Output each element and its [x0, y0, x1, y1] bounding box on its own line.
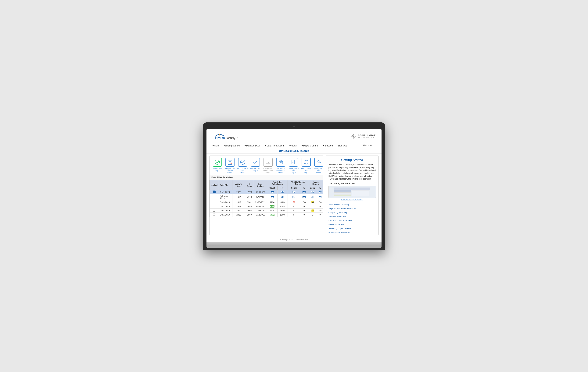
step-5-benchmarks[interactable]: Review Natl Benchmarks Step 5 [262, 158, 274, 174]
step-9-submit[interactable]: Submit HMDA File Step 9 [313, 158, 323, 174]
col-last-update: Last Update [254, 180, 267, 190]
data-files-scroll[interactable]: Locked Data File Activity Year # Apps La… [210, 180, 323, 217]
logo-area: HMDA Ready ™ [212, 131, 242, 141]
step-7-create-hmda[interactable]: TXT LAR Create HMDA File Step 7 [287, 158, 299, 174]
step-7-icon: TXT LAR [289, 158, 298, 167]
row-apps: 1589 [245, 213, 254, 217]
svg-text:HMDA: HMDA [215, 136, 225, 140]
svg-text:™: ™ [237, 137, 238, 139]
row-checkbox-checked[interactable] [213, 191, 216, 193]
getting-started-link-2[interactable]: Completing Each Step [328, 211, 347, 214]
row-err-count: 0 [288, 204, 300, 209]
row-checkbox[interactable] [213, 209, 215, 211]
step-8-ffiec[interactable]: FFIEC Verify Site Step 8 [300, 158, 312, 174]
step-9-label: Submit HMDA File [313, 167, 323, 172]
step-2-edit-checks[interactable]: Perform Edit Checks Step 2 [224, 158, 236, 174]
row-apps: 17636 [245, 190, 254, 194]
getting-started-link-1[interactable]: Steps to Create Your HMDA LAR [328, 208, 356, 210]
getting-started-link-4[interactable]: Lock and Unlock a Data File [328, 220, 352, 221]
list-item: Completing Each Step [328, 211, 376, 214]
nav-suite[interactable]: ▾ Suite [210, 143, 222, 148]
row-rev-count: 90 [308, 200, 317, 204]
row-rev-count: NA [308, 190, 317, 194]
col-rev-pct: % [317, 186, 323, 190]
table-row[interactable]: Qtr 2 2019201910508/5/20191050100%0000 [210, 204, 323, 209]
step-3-number: Step 3 [240, 172, 245, 174]
row-last-update: 5/24/2020 [254, 190, 267, 194]
getting-started-link-0[interactable]: View the Data Dictionary [328, 204, 349, 206]
nav-data-preparation[interactable]: ▾ Data Preparation [262, 143, 286, 148]
step-4-validate[interactable]: Validate Data Step 4 [249, 158, 262, 174]
row-last-update: 8/5/2019 [254, 204, 267, 209]
svg-text:Ready: Ready [226, 136, 235, 140]
row-activity-year: 2019 [232, 194, 245, 200]
getting-started-link-3[interactable]: View/Edit a Data File [328, 216, 346, 218]
table-row[interactable]: Qtr 4 2019201910053/1/202097497%00313% [210, 209, 323, 213]
step-9-number: Step 9 [316, 172, 321, 174]
row-sub-pct: 97% [277, 209, 288, 213]
row-checkbox[interactable] [213, 201, 215, 203]
nav-sign-out[interactable]: Sign Out [336, 143, 349, 148]
getting-started-link-5[interactable]: Delete a Data File [328, 223, 344, 226]
data-files-title: Data Files Available [210, 175, 323, 180]
table-row[interactable]: Qtr 3 20192019128111/15/2019110486%877%9… [210, 200, 323, 204]
nav-manage-data[interactable]: ▾ Manage Data [242, 143, 262, 148]
list-item: Lock and Unlock a Data File [328, 219, 376, 222]
svg-rect-32 [334, 188, 370, 190]
nav-support[interactable]: ▾ Support [321, 143, 335, 148]
camera-dot [293, 126, 295, 127]
col-rev-count: Count [308, 186, 317, 190]
row-sub-count: 1589 [267, 213, 277, 217]
col-data-file: Data File [219, 180, 232, 190]
table-row[interactable]: Qtr 1 2019201915896/12/20191589100%0000 [210, 213, 323, 217]
getting-started-link-6[interactable]: Save As (Copy) a Data File [328, 227, 351, 230]
row-apps: 1005 [245, 209, 254, 213]
list-item: Export a Data File to CSV [328, 231, 376, 234]
nav-reports[interactable]: Reports [286, 143, 299, 148]
nav-getting-started[interactable]: Getting Started [222, 143, 242, 148]
list-item: Delete a Data File [328, 222, 376, 226]
app-header: HMDA Ready ™ [207, 129, 381, 143]
row-rev-count: NA [308, 194, 317, 200]
getting-started-screen-title: The Getting Started Screen [328, 182, 376, 184]
main-layout: Import Data Step 1 [207, 154, 381, 237]
getting-started-link-7[interactable]: Export a Data File to CSV [328, 231, 350, 233]
row-checkbox[interactable] [213, 205, 215, 207]
step-1-import[interactable]: Import Data Step 1 [211, 158, 223, 174]
row-last-update: 3/5/2020 [254, 194, 267, 200]
step-6-transmittal[interactable]: Transmittal Information Step 6 [274, 158, 287, 174]
step-1-icon [213, 158, 222, 167]
row-sub-count: 1050 [267, 204, 277, 209]
row-checkbox[interactable] [213, 196, 215, 198]
svg-rect-7 [354, 138, 354, 139]
screenshot-caption[interactable]: Click the image to enlarge [328, 199, 376, 201]
row-activity-year: 2019 [232, 213, 245, 217]
step-1-number: Step 1 [215, 170, 220, 172]
nav-maps-charts[interactable]: ▾ Maps & Charts [299, 143, 321, 148]
list-item: Steps to Create Your HMDA LAR [328, 207, 376, 210]
col-group-ready: Ready for Submission [267, 180, 288, 186]
step-2-label: Perform Edit Checks [224, 167, 236, 172]
svg-rect-0 [219, 134, 220, 135]
row-rev-pct: 7% [317, 200, 323, 204]
nav-suite-arrow: ▾ [212, 144, 214, 147]
nav-maps-arrow: ▾ [302, 144, 303, 147]
svg-rect-6 [354, 134, 354, 135]
row-sub-count: NA [267, 194, 277, 200]
row-activity-year: 2020 [232, 190, 245, 194]
nav-bar: ▾ Suite Getting Started ▾ Manage Data ▾ … [207, 143, 381, 148]
row-err-count: NA [288, 190, 300, 194]
screenshot-thumbnail[interactable] [328, 186, 376, 198]
table-row[interactable]: Full Year 2019201949253/5/2020NANANANANA… [210, 194, 323, 200]
getting-started-intro: Welcome to HMDA Ready™, the premier web-… [328, 163, 376, 180]
row-err-count: 0 [288, 213, 300, 217]
steps-bar: Import Data Step 1 [210, 156, 323, 175]
row-checkbox[interactable] [213, 213, 215, 216]
row-sub-pct: NA [277, 194, 288, 200]
left-panel: Import Data Step 1 [209, 156, 323, 235]
step-3-macro-checks[interactable]: Perform Macro Checks Step 3 [236, 158, 249, 174]
right-panel: Getting Started Welcome to HMDA Ready™, … [326, 156, 379, 235]
row-err-pct: NA [300, 194, 308, 200]
table-row[interactable]: Qtr 1 20202020176365/24/2020NANANANANANA [210, 190, 323, 194]
row-err-count: 87 [288, 200, 300, 204]
